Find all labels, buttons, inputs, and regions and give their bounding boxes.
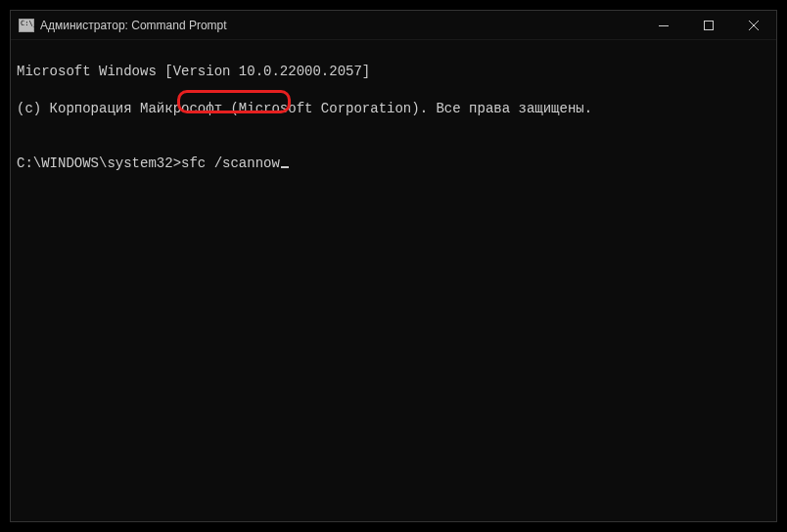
cmd-icon: [19, 19, 34, 32]
window-title: Администратор: Command Prompt: [40, 19, 227, 32]
prompt-path: C:\WINDOWS\system32>: [17, 155, 181, 171]
titlebar-left: Администратор: Command Prompt: [19, 19, 227, 32]
cursor: [281, 166, 289, 168]
minimize-icon: [659, 25, 669, 26]
minimize-button[interactable]: [641, 11, 686, 40]
maximize-button[interactable]: [686, 11, 731, 40]
window-controls: [641, 11, 776, 39]
svg-rect-0: [705, 22, 714, 30]
close-icon: [749, 21, 759, 30]
close-button[interactable]: [731, 11, 776, 40]
command-prompt-window: Администратор: Command Prompt Microsoft …: [10, 10, 777, 522]
command-text: sfc /scannow: [181, 155, 280, 171]
maximize-icon: [704, 21, 714, 30]
prompt-line: C:\WINDOWS\system32>sfc /scannow: [17, 155, 289, 173]
terminal-body[interactable]: Microsoft Windows [Version 10.0.22000.20…: [11, 40, 776, 521]
titlebar[interactable]: Администратор: Command Prompt: [11, 11, 776, 40]
version-line: Microsoft Windows [Version 10.0.22000.20…: [17, 63, 770, 81]
copyright-line: (c) Корпорация Майкрософт (Microsoft Cor…: [17, 100, 770, 118]
